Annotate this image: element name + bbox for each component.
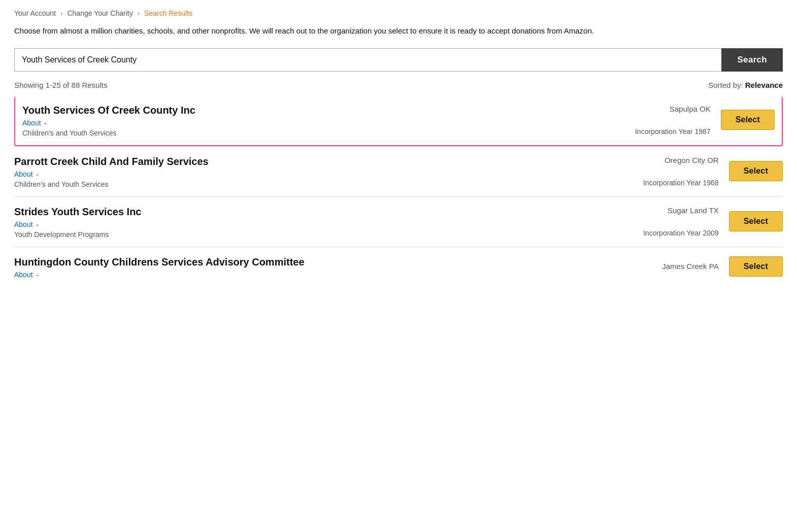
results-count: Showing 1-25 of 88 Results xyxy=(14,81,107,89)
result-location: James Creek PA xyxy=(662,262,718,271)
about-label: About xyxy=(14,271,33,279)
result-item: Youth Services Of Creek County Inc About… xyxy=(14,96,783,146)
result-left: Strides Youth Services Inc About ⌄ Youth… xyxy=(14,206,635,239)
result-category: Children's and Youth Services xyxy=(14,180,635,188)
result-right-content: Sapulpa OK Incorporation Year 1987 Selec… xyxy=(635,105,775,136)
chevron-down-icon: ⌄ xyxy=(43,119,48,126)
result-category: Youth Development Programs xyxy=(14,230,635,239)
result-name: Youth Services Of Creek County Inc xyxy=(22,105,627,116)
about-link[interactable]: About ⌄ xyxy=(14,220,40,228)
result-list: Youth Services Of Creek County Inc About… xyxy=(14,96,783,289)
location-year-block: Oregon City OR Incorporation Year 1968 xyxy=(643,156,719,187)
result-left: Youth Services Of Creek County Inc About… xyxy=(22,105,627,137)
about-link[interactable]: About ⌄ xyxy=(14,170,40,178)
about-label: About xyxy=(22,119,41,127)
search-input[interactable] xyxy=(14,48,721,72)
result-name: Parrott Creek Child And Family Services xyxy=(14,156,635,168)
search-button[interactable]: Search xyxy=(721,48,783,72)
about-label: About xyxy=(14,170,33,178)
results-meta: Showing 1-25 of 88 Results Sorted by: Re… xyxy=(14,81,783,89)
select-button[interactable]: Select xyxy=(729,256,783,277)
select-button[interactable]: Select xyxy=(721,110,775,130)
breadcrumb-your-account[interactable]: Your Account xyxy=(14,9,56,17)
result-left: Huntingdon County Childrens Services Adv… xyxy=(14,256,654,281)
result-item: Parrott Creek Child And Family Services … xyxy=(14,146,783,196)
result-location: Oregon City OR xyxy=(665,156,719,164)
about-link[interactable]: About ⌄ xyxy=(22,119,48,127)
page-description: Choose from almost a million charities, … xyxy=(14,25,674,37)
result-name: Strides Youth Services Inc xyxy=(14,206,635,218)
result-year: Incorporation Year 1987 xyxy=(635,127,711,136)
select-button[interactable]: Select xyxy=(729,211,783,231)
result-right-content: Oregon City OR Incorporation Year 1968 S… xyxy=(643,156,783,187)
select-button[interactable]: Select xyxy=(729,161,783,181)
result-right-content: Sugar Land TX Incorporation Year 2009 Se… xyxy=(643,206,783,237)
breadcrumb-sep-1: › xyxy=(60,9,63,17)
breadcrumb: Your Account › Change Your Charity › Sea… xyxy=(14,9,783,17)
about-link[interactable]: About ⌄ xyxy=(14,271,40,279)
result-item: Huntingdon County Childrens Services Adv… xyxy=(14,247,783,289)
search-row: Search xyxy=(14,48,783,72)
result-category: Children's and Youth Services xyxy=(22,129,627,137)
result-right-content: James Creek PA Select xyxy=(662,256,783,277)
sorted-by-label: Sorted by: xyxy=(708,81,743,89)
chevron-down-icon: ⌄ xyxy=(35,221,40,227)
breadcrumb-change-charity[interactable]: Change Your Charity xyxy=(67,9,132,17)
sorted-by: Sorted by: Relevance xyxy=(708,81,783,89)
sorted-by-value: Relevance xyxy=(745,81,783,89)
result-left: Parrott Creek Child And Family Services … xyxy=(14,156,635,188)
about-label: About xyxy=(14,220,33,228)
location-year-block: Sugar Land TX Incorporation Year 2009 xyxy=(643,206,719,237)
breadcrumb-sep-2: › xyxy=(138,9,140,17)
chevron-down-icon: ⌄ xyxy=(35,271,40,278)
result-location: Sapulpa OK xyxy=(670,105,711,113)
location-year-block: Sapulpa OK Incorporation Year 1987 xyxy=(635,105,711,136)
chevron-down-icon: ⌄ xyxy=(35,171,40,177)
location-year-block: James Creek PA xyxy=(662,262,718,271)
result-name: Huntingdon County Childrens Services Adv… xyxy=(14,256,654,268)
result-year: Incorporation Year 1968 xyxy=(643,179,719,187)
result-year: Incorporation Year 2009 xyxy=(643,229,719,237)
result-item: Strides Youth Services Inc About ⌄ Youth… xyxy=(14,196,783,247)
result-location: Sugar Land TX xyxy=(668,206,719,215)
breadcrumb-current: Search Results xyxy=(144,9,192,17)
